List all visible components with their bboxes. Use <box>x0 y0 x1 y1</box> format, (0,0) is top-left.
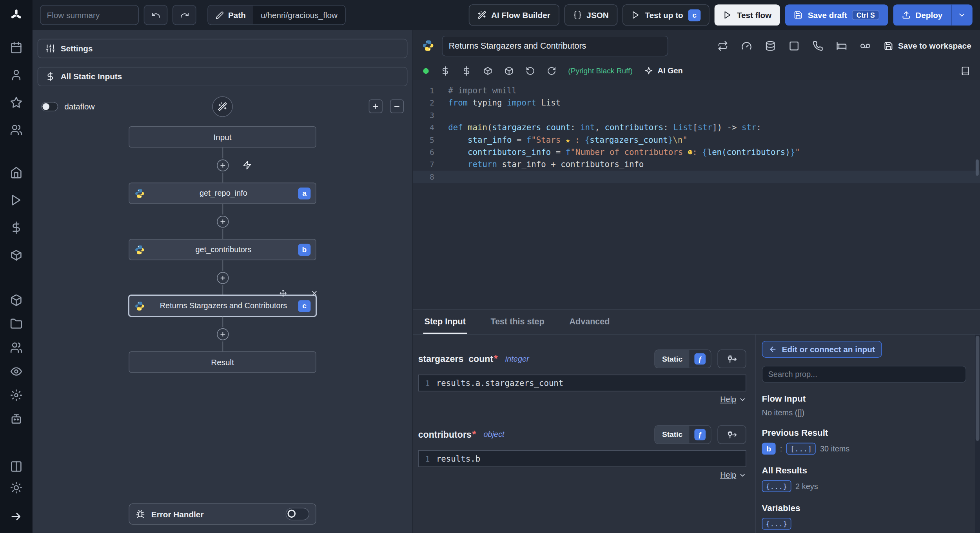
workers-robot-icon[interactable] <box>5 410 27 428</box>
code-editor[interactable]: 1# import wmill2from typing import List3… <box>413 80 980 309</box>
test-up-to-button[interactable]: Test up toc <box>622 4 710 25</box>
collapsed-object-badge[interactable]: {...} <box>762 480 791 492</box>
add-step-button[interactable] <box>216 328 228 340</box>
members-users-icon[interactable] <box>5 339 27 357</box>
error-handler-node[interactable]: Error Handler <box>129 503 316 524</box>
resource-cube-icon[interactable] <box>483 66 492 75</box>
resource-dollar-icon[interactable] <box>462 66 471 75</box>
folders-icon[interactable] <box>5 315 27 333</box>
ai-wand-button[interactable] <box>212 96 233 117</box>
all-results-row[interactable]: {...} 2 keys <box>762 480 966 492</box>
package-icon[interactable] <box>505 66 514 75</box>
save-draft-button[interactable]: Save draftCtrl S <box>785 4 888 25</box>
docs-book-icon[interactable] <box>961 66 970 75</box>
tab-step-input[interactable]: Step Input <box>423 317 467 334</box>
step-title-input[interactable] <box>442 35 668 56</box>
move-handle-icon[interactable] <box>279 289 287 297</box>
step-config-section: Step Input Test this step Advanced starg… <box>413 309 980 533</box>
suspend-phone-icon[interactable] <box>813 40 823 51</box>
flow-summary-input[interactable] <box>40 5 139 25</box>
all-results-section-title[interactable]: All Results <box>762 465 966 475</box>
flow-settings-button[interactable]: Settings <box>38 39 408 58</box>
flow-step-c-selected[interactable]: Returns Stargazers and Contributors c <box>129 295 316 317</box>
variables-row[interactable]: {...} <box>762 518 966 529</box>
error-handler-toggle[interactable] <box>286 508 310 520</box>
ai-gen-button[interactable]: AI Gen <box>644 66 683 75</box>
layout-columns-icon[interactable] <box>5 458 27 475</box>
windmill-logo-icon[interactable] <box>5 6 27 24</box>
flow-result-node[interactable]: Result <box>129 351 316 373</box>
dataflow-toggle[interactable] <box>41 102 58 111</box>
reload-refresh-icon[interactable] <box>547 66 556 75</box>
groups-users-icon[interactable] <box>5 121 27 139</box>
flow-step-a[interactable]: get_repo_info a <box>129 183 316 204</box>
input-mode-segmented: Static f <box>655 425 711 444</box>
previous-result-row[interactable]: b : [...] 30 items <box>762 443 966 455</box>
mode-javascript-button[interactable]: f <box>690 426 711 444</box>
collapsed-array-badge[interactable]: [...] <box>787 443 816 455</box>
add-step-button[interactable] <box>216 215 228 227</box>
prop-scrollbar[interactable] <box>975 335 980 533</box>
tab-test-this-step[interactable]: Test this step <box>489 317 546 334</box>
undo-button[interactable] <box>144 5 168 25</box>
search-prop-input[interactable] <box>762 366 966 383</box>
add-step-button[interactable] <box>216 272 228 284</box>
zoom-in-button[interactable] <box>369 100 383 113</box>
deploy-button[interactable]: Deploy <box>893 4 951 25</box>
retry-loop-icon[interactable] <box>717 40 728 51</box>
previous-result-section-title[interactable]: Previous Result <box>762 428 966 438</box>
favorites-star-icon[interactable] <box>5 94 27 111</box>
json-button[interactable]: JSON <box>564 4 617 25</box>
mode-javascript-button[interactable]: f <box>690 350 711 368</box>
help-link[interactable]: Help <box>418 395 746 404</box>
redo-button[interactable] <box>172 5 196 25</box>
zoom-out-button[interactable] <box>390 100 404 113</box>
edit-or-connect-button[interactable]: Edit or connect an input <box>762 341 882 358</box>
connect-input-button[interactable] <box>717 425 746 444</box>
reset-undo-icon[interactable] <box>526 66 535 75</box>
variables-dollar-icon[interactable] <box>5 219 27 236</box>
expression-input[interactable]: 1 results.a.stargazers_count <box>418 375 746 391</box>
editor-scrollbar-thumb[interactable] <box>976 160 979 176</box>
resources-cube-icon[interactable] <box>5 246 27 264</box>
variable-dollar-icon[interactable] <box>441 66 450 75</box>
arrow-left-icon <box>769 345 777 353</box>
ai-flow-builder-button[interactable]: AI Flow Builder <box>469 4 559 25</box>
flow-step-b[interactable]: get_contributors b <box>129 239 316 260</box>
mode-static-button[interactable]: Static <box>655 350 689 368</box>
early-stop-square-icon[interactable] <box>789 40 799 51</box>
flow-input-node[interactable]: Input <box>129 126 316 147</box>
connect-input-button[interactable] <box>717 349 746 368</box>
help-link[interactable]: Help <box>418 471 746 480</box>
user-icon[interactable] <box>5 66 27 84</box>
audit-eye-icon[interactable] <box>5 363 27 380</box>
all-static-inputs-button[interactable]: All Static Inputs <box>38 67 408 86</box>
flow-input-section-title[interactable]: Flow Input <box>762 393 966 404</box>
tab-advanced[interactable]: Advanced <box>568 317 611 334</box>
cache-database-icon[interactable] <box>765 40 775 51</box>
theme-sun-icon[interactable] <box>5 479 27 497</box>
test-flow-button[interactable]: Test flow <box>714 4 780 25</box>
expression-input[interactable]: 1 results.b <box>418 450 746 467</box>
mock-voicemail-icon[interactable] <box>860 40 871 51</box>
trigger-zap-button[interactable] <box>243 160 252 170</box>
variables-section-title[interactable]: Variables <box>762 503 966 513</box>
runs-play-icon[interactable] <box>5 191 27 209</box>
apps-package-icon[interactable] <box>5 291 27 309</box>
step-id-badge: a <box>298 187 311 199</box>
schedules-calendar-icon[interactable] <box>5 39 27 56</box>
collapsed-object-badge[interactable]: {...} <box>762 518 791 529</box>
graph-toolbar: dataflow <box>41 96 404 116</box>
gauge-icon[interactable] <box>741 40 752 51</box>
settings-gear-icon[interactable] <box>5 386 27 404</box>
add-step-button[interactable] <box>216 159 228 171</box>
save-to-workspace-button[interactable]: Save to workspace <box>884 41 971 50</box>
deploy-menu-button[interactable] <box>951 4 973 25</box>
chevron-down-icon <box>739 396 746 403</box>
delete-step-x-icon[interactable] <box>310 289 318 297</box>
sleep-bed-icon[interactable] <box>836 40 847 51</box>
expand-sidebar-arrow-icon[interactable] <box>5 508 27 526</box>
home-icon[interactable] <box>5 164 27 182</box>
mode-static-button[interactable]: Static <box>655 426 689 444</box>
path-button[interactable]: Path u/henri/gracious_flow <box>207 5 345 25</box>
